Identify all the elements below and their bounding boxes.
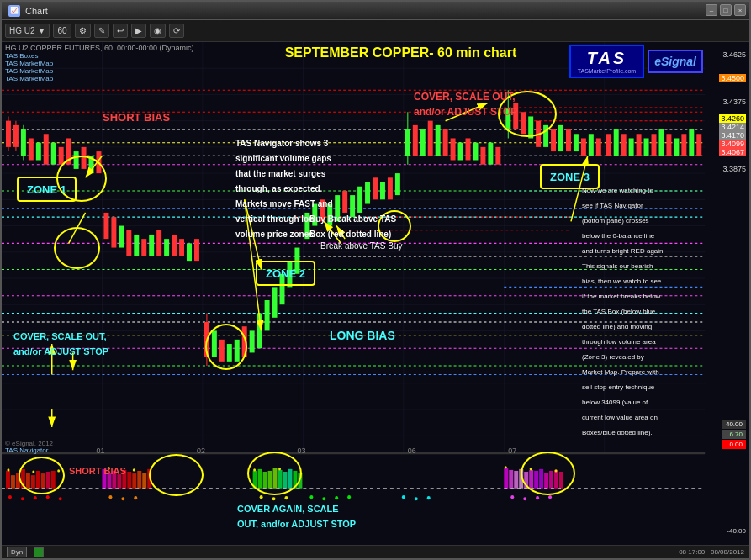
title-bar-controls: – □ × [706,4,746,16]
svg-text:01: 01 [96,446,104,455]
svg-rect-83 [235,340,240,362]
svg-point-197 [34,496,37,499]
undo-button[interactable]: ↩ [113,24,128,38]
timeframe-selector[interactable]: 60 [53,24,71,38]
svg-point-206 [309,495,313,499]
price-3387: 3.3875 [719,165,746,173]
svg-rect-59 [59,147,64,165]
svg-point-216 [548,495,552,499]
indicator-button[interactable] [34,547,44,557]
svg-rect-157 [31,475,35,489]
svg-rect-121 [513,103,518,129]
refresh-button[interactable]: ⟳ [169,24,184,38]
svg-rect-125 [543,125,548,147]
svg-point-220 [108,467,110,469]
svg-rect-188 [534,471,538,489]
svg-rect-123 [528,116,533,138]
minimize-button[interactable]: – [706,4,717,16]
svg-point-208 [335,496,338,499]
svg-rect-73 [164,239,169,256]
svg-rect-166 [122,470,126,489]
svg-rect-141 [666,134,671,156]
svg-rect-107 [413,125,418,156]
svg-rect-93 [312,204,317,226]
svg-rect-101 [373,177,378,199]
svg-rect-118 [495,147,500,165]
tas-logo-text: TAS [587,49,627,68]
svg-rect-156 [26,473,30,489]
play-button[interactable]: ▶ [131,24,146,38]
svg-rect-140 [658,129,664,156]
svg-rect-170 [142,473,146,489]
svg-rect-174 [263,472,267,489]
svg-rect-91 [294,248,299,274]
svg-text:07: 07 [508,446,516,455]
svg-rect-143 [681,134,686,156]
svg-rect-187 [529,470,533,489]
record-button[interactable]: ◉ [150,24,166,38]
svg-rect-179 [288,469,292,489]
svg-point-222 [253,468,256,471]
svg-rect-115 [473,143,478,161]
svg-rect-135 [621,134,627,156]
val-40: 40.00 [722,420,746,429]
price-4099: 3.4099 [719,140,746,148]
svg-rect-122 [521,112,526,134]
bottom-value-scale: 40.00 6.70 0.00 [722,420,746,449]
svg-point-201 [121,497,124,500]
svg-rect-191 [549,471,553,489]
svg-text:02: 02 [197,446,205,455]
svg-rect-184 [514,471,518,489]
svg-rect-56 [36,143,41,161]
svg-rect-87 [265,300,270,330]
svg-rect-68 [126,230,131,256]
svg-rect-154 [16,473,20,489]
svg-rect-99 [357,187,362,213]
tas-logo-box: TAS TASMarketProfile.com [569,45,645,78]
svg-point-195 [8,495,12,499]
status-time: 08 17:00 08/08/2012 [679,548,744,556]
svg-rect-84 [242,326,247,357]
svg-rect-113 [458,143,463,161]
svg-rect-80 [212,330,217,357]
svg-rect-178 [283,472,287,489]
svg-rect-164 [112,471,116,489]
svg-rect-173 [258,469,262,489]
svg-rect-182 [504,468,508,489]
svg-rect-109 [428,121,433,156]
svg-rect-130 [581,138,586,156]
svg-rect-81 [219,340,225,362]
svg-rect-190 [544,473,548,489]
svg-point-202 [134,496,137,499]
svg-point-200 [108,495,112,499]
chart-area: 01 02 03 06 07 HG U2,COPPER FUTURES, 60,… [2,42,749,558]
svg-rect-189 [539,469,543,489]
val-000: 0.00 [722,440,746,449]
svg-rect-117 [488,143,493,165]
dyn-button[interactable]: Dyn [7,547,27,557]
maximize-button[interactable]: □ [720,4,732,16]
price-scale: 3.4625 3.4500 3.4375 3.4260 3.4214 3.417… [719,50,746,173]
close-button[interactable]: × [734,4,746,16]
svg-rect-108 [420,129,426,156]
svg-rect-136 [629,138,634,156]
svg-point-223 [278,468,281,470]
svg-point-219 [57,469,60,472]
settings-button[interactable]: ⚙ [75,24,91,38]
svg-text:06: 06 [408,446,416,455]
svg-rect-138 [644,138,649,156]
svg-rect-60 [66,138,71,164]
price-3450: 3.4500 [719,74,746,82]
esignal-logo: eSignal [648,50,703,73]
symbol-selector[interactable]: HG U2 ▼ [5,24,50,38]
svg-text:03: 03 [297,446,305,455]
svg-rect-137 [637,134,642,156]
symbol-label: HG U2 [9,26,35,35]
draw-tool[interactable]: ✎ [94,24,109,38]
svg-rect-111 [443,129,448,156]
svg-rect-155 [21,469,25,489]
svg-rect-131 [589,134,594,156]
price-3437: 3.4375 [719,98,746,106]
svg-rect-124 [536,121,541,147]
svg-rect-62 [82,147,87,169]
